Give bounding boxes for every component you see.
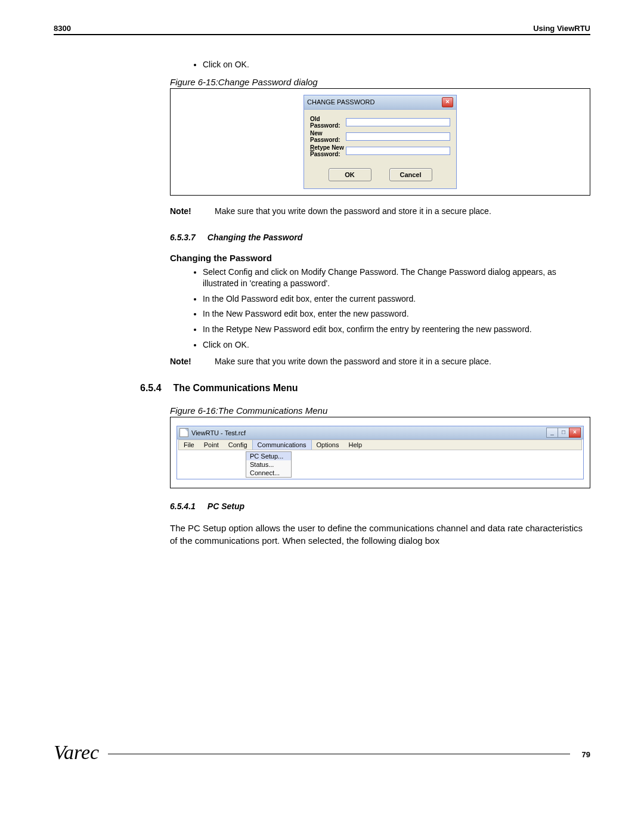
heading-title: The Communications Menu [174, 383, 298, 394]
old-password-input[interactable] [346, 118, 450, 126]
header-right: Using ViewRTU [533, 24, 590, 33]
menu-point[interactable]: Point [199, 440, 224, 450]
note-label: Note! [170, 357, 215, 366]
document-icon [179, 428, 188, 437]
change-password-dialog: CHANGE PASSWORD × Old Password: New Pass… [304, 95, 457, 189]
menu-communications[interactable]: Communications [252, 440, 312, 450]
page-footer: Varec 79 [54, 738, 590, 760]
menu-item-connect[interactable]: Connect... [246, 469, 291, 477]
heading-6537: 6.5.3.7 Changing the Password [170, 233, 590, 242]
menu-item-status[interactable]: Status... [246, 460, 291, 469]
menu-bar: File Point Config Communications Options… [178, 439, 582, 450]
figure-box-2: ViewRTU - Test.rcf _ □ × File Point Conf… [170, 417, 590, 488]
footer-rule [108, 754, 569, 754]
heading-number: 6.5.3.7 [170, 233, 196, 242]
ok-button[interactable]: OK [329, 168, 371, 181]
heading-title: Changing the Password [208, 233, 302, 242]
heading-number: 6.5.4 [140, 383, 162, 394]
varec-logo: Varec [54, 741, 108, 764]
pc-setup-paragraph: The PC Setup option allows the user to d… [170, 522, 590, 547]
list-item: Select Config and click on Modify Change… [203, 267, 590, 290]
changing-password-list: Select Config and click on Modify Change… [170, 267, 590, 351]
heading-number: 6.5.4.1 [170, 501, 196, 511]
menu-config[interactable]: Config [224, 440, 252, 450]
page-number: 79 [570, 750, 590, 759]
dialog-titlebar: CHANGE PASSWORD × [304, 95, 456, 110]
new-password-label: New Password: [310, 130, 346, 143]
list-item: Click on OK. [203, 339, 590, 351]
note-text: Make sure that you write down the passwo… [215, 206, 491, 216]
window-controls: _ □ × [547, 428, 581, 438]
heading-6541: 6.5.4.1 PC Setup [170, 501, 590, 511]
retype-password-input[interactable] [346, 147, 450, 155]
old-password-label: Old Password: [310, 116, 346, 129]
dialog-title: CHANGE PASSWORD [307, 98, 374, 106]
list-item: Click on OK. [203, 59, 590, 71]
figure-caption-2: Figure 6-16:The Communications Menu [170, 405, 590, 417]
figure-caption-1: Figure 6-15:Change Password dialog [170, 77, 590, 89]
window-title: ViewRTU - Test.rcf [191, 429, 246, 436]
note-2: Note! Make sure that you write down the … [170, 357, 590, 366]
maximize-icon[interactable]: □ [558, 428, 569, 438]
cancel-button[interactable]: Cancel [389, 168, 432, 181]
window-titlebar: ViewRTU - Test.rcf _ □ × [177, 426, 583, 439]
note-label: Note! [170, 206, 215, 216]
list-item: In the New Password edit box, enter the … [203, 308, 590, 320]
page-header: 8300 Using ViewRTU [54, 24, 590, 35]
viewrtu-window: ViewRTU - Test.rcf _ □ × File Point Conf… [177, 426, 584, 479]
minimize-icon[interactable]: _ [546, 428, 558, 438]
header-left: 8300 [54, 24, 71, 33]
retype-password-label: Retype New Password: [310, 144, 346, 157]
close-icon[interactable]: × [569, 428, 581, 438]
note-text: Make sure that you write down the passwo… [215, 357, 491, 366]
close-icon[interactable]: × [442, 97, 453, 107]
changing-password-heading: Changing the Password [170, 253, 590, 263]
communications-dropdown: PC Setup... Status... Connect... [246, 451, 292, 478]
menu-item-pc-setup[interactable]: PC Setup... [246, 452, 291, 460]
heading-title: PC Setup [208, 501, 244, 511]
intro-list: Click on OK. [170, 59, 590, 71]
menu-help[interactable]: Help [343, 440, 367, 450]
menu-file[interactable]: File [179, 440, 199, 450]
new-password-input[interactable] [346, 132, 450, 141]
note-1: Note! Make sure that you write down the … [170, 206, 590, 216]
list-item: In the Retype New Password edit box, con… [203, 324, 590, 336]
heading-654: 6.5.4 The Communications Menu [140, 383, 590, 394]
menu-options[interactable]: Options [312, 440, 344, 450]
list-item: In the Old Password edit box, enter the … [203, 293, 590, 305]
figure-box-1: CHANGE PASSWORD × Old Password: New Pass… [170, 89, 590, 196]
